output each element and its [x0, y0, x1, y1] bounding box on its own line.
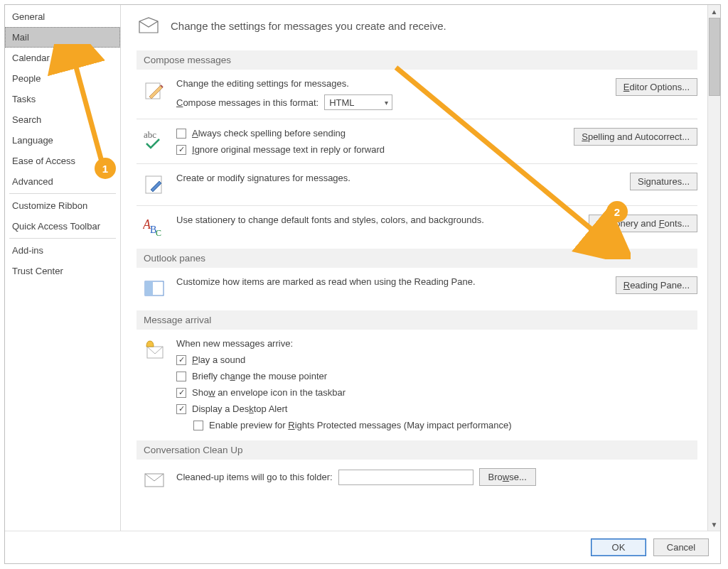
- bell-envelope-icon: [142, 338, 166, 362]
- compose-editing-text: Change the editing settings for messages…: [176, 78, 567, 89]
- browse-button[interactable]: Browse...: [479, 468, 536, 486]
- sidebar-item-addins[interactable]: Add-ins: [5, 240, 120, 261]
- sidebar-item-calendar[interactable]: Calendar: [5, 48, 120, 68]
- section-cleanup-title: Conversation Clean Up: [136, 440, 697, 460]
- stationery-fonts-button[interactable]: Stationery and Fonts...: [589, 215, 697, 232]
- reading-pane-button[interactable]: Reading Pane...: [616, 276, 697, 294]
- sidebar-divider: [9, 193, 116, 194]
- compose-icon: [142, 78, 166, 102]
- section-compose-title: Compose messages: [136, 50, 697, 70]
- scroll-down-button[interactable]: ▼: [708, 518, 720, 531]
- checkbox-always-spell[interactable]: [176, 129, 186, 139]
- checkbox-briefly-change[interactable]: [176, 372, 186, 381]
- dialog-buttons: OK Cancel: [5, 531, 720, 563]
- sidebar-item-language[interactable]: Language: [5, 130, 120, 151]
- ok-button[interactable]: OK: [591, 538, 646, 556]
- editor-options-button[interactable]: Editor Options...: [616, 78, 697, 96]
- scroll-up-button[interactable]: ▲: [708, 5, 720, 18]
- svg-text:abc: abc: [144, 129, 156, 140]
- category-sidebar: General Mail Calendar People Tasks Searc…: [5, 5, 121, 531]
- label-desktop-alert: Display a Desktop Alert: [192, 403, 287, 414]
- page-title: Change the settings for messages you cre…: [171, 20, 446, 32]
- checkbox-enable-preview[interactable]: [193, 421, 203, 430]
- label-briefly-change: Briefly change the mouse pointer: [192, 371, 327, 381]
- signature-icon: [142, 173, 166, 197]
- envelope-icon: [136, 13, 161, 38]
- arrival-intro: When new messages arrive:: [176, 338, 567, 349]
- reading-pane-text: Customize how items are marked as read w…: [176, 276, 567, 287]
- compose-format-select[interactable]: HTML: [324, 94, 392, 110]
- annotation-badge-2: 2: [606, 201, 628, 222]
- sidebar-item-people[interactable]: People: [5, 68, 120, 89]
- sidebar-item-mail[interactable]: Mail: [5, 27, 120, 48]
- section-arrival-title: Message arrival: [136, 310, 697, 330]
- checkbox-ignore-original[interactable]: [176, 145, 186, 155]
- svg-text:C: C: [156, 228, 161, 237]
- sidebar-item-search[interactable]: Search: [5, 109, 120, 130]
- cleanup-folder-input[interactable]: [338, 470, 473, 485]
- label-envelope: Show an envelope icon in the taskbar: [192, 387, 346, 398]
- svg-rect-7: [145, 281, 153, 296]
- section-panes-title: Outlook panes: [136, 249, 697, 268]
- label-enable-preview: Enable preview for Rights Protected mess…: [209, 420, 512, 430]
- spelling-autocorrect-button[interactable]: Spelling and Autocorrect...: [574, 128, 697, 146]
- vertical-scrollbar[interactable]: ▲ ▼: [707, 5, 720, 531]
- signatures-text: Create or modify signatures for messages…: [176, 173, 567, 183]
- checkbox-desktop-alert[interactable]: [176, 404, 186, 414]
- cancel-button[interactable]: Cancel: [653, 538, 709, 556]
- sidebar-divider: [9, 238, 116, 239]
- checkbox-play-sound[interactable]: [176, 355, 186, 365]
- sidebar-item-trust-center[interactable]: Trust Center: [5, 261, 120, 281]
- sidebar-item-qat[interactable]: Quick Access Toolbar: [5, 216, 120, 237]
- content-panel: Change the settings for messages you cre…: [121, 5, 707, 531]
- checkbox-envelope[interactable]: [176, 388, 186, 398]
- abc-check-icon: abc: [142, 128, 166, 152]
- sidebar-item-customize-ribbon[interactable]: Customize Ribbon: [5, 195, 120, 216]
- compose-format-label: Compose messages in this format:: [176, 97, 318, 108]
- stationery-icon: ABC: [142, 215, 166, 239]
- scroll-thumb[interactable]: [709, 18, 720, 96]
- cleanup-text: Cleaned-up items will go to this folder:: [176, 472, 333, 482]
- label-always-spell: Always check spelling before sending: [192, 128, 346, 139]
- sidebar-item-general[interactable]: General: [5, 6, 120, 27]
- annotation-badge-1: 1: [95, 158, 116, 179]
- reading-pane-icon: [142, 276, 166, 300]
- signatures-button[interactable]: Signatures...: [630, 173, 697, 190]
- options-dialog: General Mail Calendar People Tasks Searc…: [4, 4, 721, 564]
- label-ignore-original: Ignore original message text in reply or…: [192, 144, 385, 155]
- label-play-sound: Play a sound: [192, 354, 245, 365]
- cleanup-envelope-icon: [142, 468, 166, 492]
- sidebar-item-tasks[interactable]: Tasks: [5, 89, 120, 109]
- stationery-text: Use stationery to change default fonts a…: [176, 215, 567, 225]
